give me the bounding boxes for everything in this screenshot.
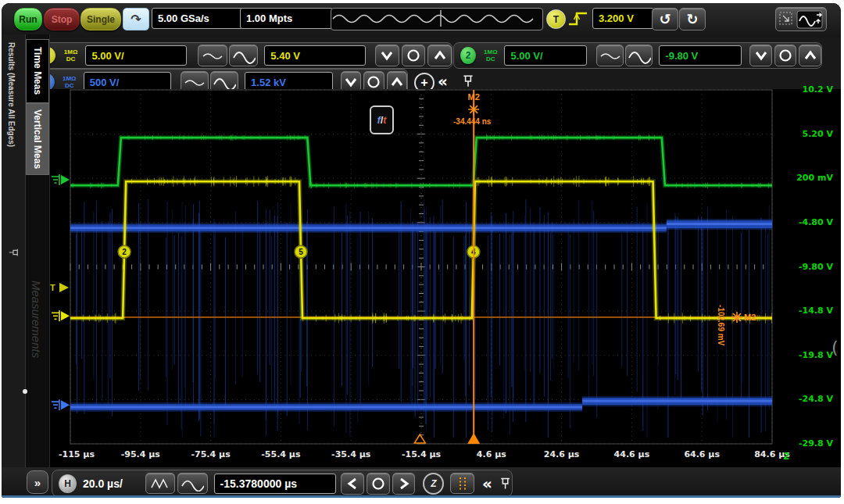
channel1-scale-value: 5.00 V/ (91, 50, 123, 62)
oscilloscope-app: Run Stop Single ↷ 5.00 GSa/s 1.00 Mpts T… (0, 0, 844, 504)
channel1-coupling[interactable]: 1MΩ DC (59, 48, 84, 63)
measurements-panel-collapsed: Time Meas Vertical Meas Measurements (26, 34, 50, 498)
time-axis-label: 84.6 µs (744, 449, 800, 460)
cursor-lines-icon (455, 477, 470, 491)
channel2-offset-up-button[interactable] (799, 45, 821, 66)
channel2-coupling[interactable]: 1MΩ DC (479, 48, 502, 63)
chevron-down-icon (344, 77, 358, 88)
channel1-offset-value: 5.40 V (270, 50, 300, 62)
chevron-down-icon (380, 50, 394, 61)
voltage-axis-label: -19.8 V (777, 350, 833, 361)
channel2-scale-larger-button[interactable] (625, 45, 653, 66)
waveform-display-area[interactable] (50, 89, 789, 452)
sample-rate-value: 5.00 GSa/s (158, 13, 209, 24)
chevron-right-icon (399, 477, 409, 491)
single-button[interactable]: Single (80, 8, 121, 30)
pin-icon[interactable] (499, 477, 512, 491)
acquisition-mode-button[interactable]: ↷ (123, 8, 149, 30)
results-panel-collapsed[interactable]: Results (Measure All Edges) (2, 34, 26, 498)
chevron-left-icon (347, 477, 358, 491)
channel1-controls: 1 1MΩ DC 5.00 V/ 5.40 V (31, 42, 452, 69)
expand-panel-button[interactable]: » (27, 470, 48, 494)
right-panel-handle[interactable]: ( (831, 338, 839, 357)
voltage-axis-label: -29.8 V (777, 438, 833, 449)
voltage-axis-label: -9.80 V (777, 262, 833, 273)
timebase-value: 20.0 µs/ (83, 477, 145, 490)
stop-button[interactable]: Stop (44, 8, 80, 30)
channel1-scale-larger-button[interactable] (229, 45, 259, 66)
delay-value: -15.3780000 µs (220, 477, 297, 490)
markers-button[interactable] (450, 473, 474, 494)
preview-waveform-icon (331, 9, 541, 28)
panel-drag-dot[interactable] (23, 389, 27, 394)
trigger-edge-icon[interactable] (567, 9, 590, 28)
redo-button[interactable]: ↻ (679, 8, 706, 30)
voltage-axis-label: 10.2 V (777, 84, 833, 95)
pin-icon[interactable] (461, 74, 475, 88)
voltage-axis-label: 200 mV (777, 173, 833, 184)
delay-right-button[interactable] (392, 473, 416, 495)
time-axis-label: -95.4 µs (113, 449, 169, 460)
redo-icon: ↻ (686, 11, 698, 27)
delay-left-button[interactable] (341, 473, 364, 495)
circle-icon (778, 48, 792, 63)
large-wave-icon (213, 73, 236, 91)
voltage-axis-label: -24.8 V (777, 394, 833, 405)
delay-zero-button[interactable] (367, 473, 390, 495)
plus-icon: + (420, 76, 427, 90)
channel1-offset-field[interactable]: 5.40 V (264, 45, 366, 66)
channel1-scale-field[interactable]: 5.00 V/ (85, 45, 187, 66)
waveform-rescale-button[interactable] (775, 7, 827, 31)
coupling-label: DC (65, 82, 74, 89)
acquisition-preview[interactable] (331, 8, 543, 30)
chevron-up-icon (803, 50, 817, 61)
coupling-label: DC (486, 55, 495, 63)
collapse-channel-bar-button[interactable]: « (438, 72, 448, 91)
channel1-offset-down-button[interactable] (375, 45, 399, 66)
channel3-offset-value: 1.52 kV (251, 77, 286, 88)
filter-badge-t: t (383, 115, 386, 126)
chevron-up-icon (433, 50, 447, 61)
channel3-coupling[interactable]: 1MΩ DC (58, 75, 81, 89)
channel2-scale-value: 5.00 V/ (510, 50, 542, 62)
zoom-mode-button[interactable]: Z (423, 473, 444, 495)
trigger-source-button[interactable]: T (546, 9, 566, 29)
time-axis-label: 64.6 µs (674, 449, 730, 460)
circle-icon (371, 477, 385, 491)
channel2-offset-zero-button[interactable] (774, 45, 797, 66)
delay-field[interactable]: -15.3780000 µs (214, 474, 337, 494)
channel2-scale-field[interactable]: 5.00 V/ (504, 45, 587, 66)
narrow-wave-icon (150, 477, 170, 490)
filter-badge[interactable]: flt (370, 105, 394, 134)
collapse-horizontal-bar-button[interactable]: « (482, 474, 492, 493)
time-axis-label: 24.6 µs (534, 449, 590, 460)
voltage-axis-label: -4.80 V (777, 217, 833, 228)
chevron-down-icon (754, 50, 768, 61)
pin-icon[interactable] (8, 247, 19, 258)
scope-window: Run Stop Single ↷ 5.00 GSa/s 1.00 Mpts T… (2, 3, 841, 498)
channel1-offset-up-button[interactable] (427, 45, 452, 66)
channel2-scale-smaller-button[interactable] (596, 45, 624, 66)
horizontal-button[interactable]: H (59, 474, 77, 493)
tab-time-meas[interactable]: Time Meas (26, 39, 49, 103)
channel1-offset-zero-button[interactable] (402, 45, 426, 66)
circle-icon (367, 75, 381, 89)
timebase-zoom-out-button[interactable] (177, 473, 207, 494)
timebase-zoom-in-button[interactable] (145, 473, 175, 494)
rescale-waveform-icon (778, 10, 824, 29)
sample-rate-field: 5.00 GSa/s (152, 8, 243, 29)
channel1-scale-smaller-button[interactable] (198, 45, 227, 66)
tab-vertical-meas[interactable]: Vertical Meas (26, 103, 49, 175)
run-button[interactable]: Run (14, 8, 42, 30)
small-wave-icon (599, 49, 621, 62)
zoom-icon: Z (431, 478, 436, 489)
trigger-level-field[interactable]: 3.200 V (592, 8, 654, 29)
channel2-offset-field[interactable]: -9.80 V (659, 45, 742, 66)
small-wave-icon (184, 76, 206, 88)
impedance-label: 1MΩ (64, 48, 78, 55)
undo-button[interactable]: ↺ (652, 8, 678, 30)
horizontal-controls: H 20.0 µs/ -15.3780000 µs Z « (52, 470, 513, 497)
channel2-badge[interactable]: 2 (460, 47, 476, 64)
channel2-offset-down-button[interactable] (749, 45, 772, 66)
bottom-divider (2, 495, 841, 498)
